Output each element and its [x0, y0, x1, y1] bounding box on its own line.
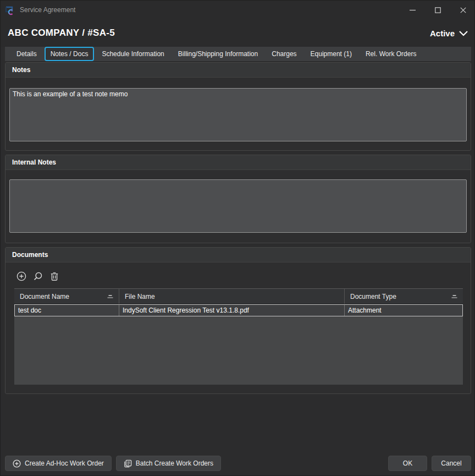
- tab-charges[interactable]: Charges: [266, 47, 302, 61]
- column-header-document-name[interactable]: Document Name: [14, 289, 119, 304]
- table-row[interactable]: test doc IndySoft Client Regression Test…: [14, 304, 463, 316]
- dialog-actions: OK Cancel: [388, 456, 471, 471]
- column-header-document-type[interactable]: Document Type: [345, 289, 463, 304]
- notes-group: Notes This is an example of a test note …: [5, 62, 471, 151]
- create-adhoc-work-order-button[interactable]: Create Ad-Hoc Work Order: [5, 456, 112, 471]
- delete-document-button[interactable]: [48, 270, 60, 282]
- app-logo-icon: [4, 4, 15, 15]
- status-value: Active: [430, 29, 455, 38]
- sort-icon: [450, 293, 459, 300]
- internal-notes-group-title: Internal Notes: [5, 155, 471, 170]
- tab-equipment[interactable]: Equipment (1): [305, 47, 358, 61]
- page-title: ABC COMPANY / #SA-5: [8, 28, 115, 39]
- window-controls: [400, 1, 475, 19]
- chevron-down-icon: [459, 30, 468, 36]
- notes-group-title: Notes: [5, 63, 471, 78]
- service-agreement-window: { "window": { "title": "Service Agreemen…: [0, 0, 475, 476]
- cell-file-name: IndySoft Client Regression Test v13.1.8.…: [119, 305, 345, 316]
- trash-icon: [50, 271, 59, 281]
- add-document-button[interactable]: [15, 270, 27, 282]
- close-button[interactable]: [450, 1, 475, 19]
- plus-circle-icon: [16, 271, 26, 281]
- tab-details[interactable]: Details: [10, 47, 43, 61]
- documents-group: Documents: [5, 247, 471, 394]
- cancel-button[interactable]: Cancel: [432, 456, 471, 471]
- footer-bar: Create Ad-Hoc Work Order Batch Create Wo…: [1, 455, 475, 472]
- cell-document-name: test doc: [15, 305, 119, 316]
- documents-table-header: Document Name File Name Document Type: [14, 289, 463, 304]
- tab-bar: Details Notes / Docs Schedule Informatio…: [5, 47, 471, 61]
- tab-notes-docs[interactable]: Notes / Docs: [45, 47, 95, 61]
- tab-schedule-information[interactable]: Schedule Information: [96, 47, 170, 61]
- window-title: Service Agreement: [20, 6, 75, 14]
- batch-documents-icon: [124, 459, 132, 468]
- cell-document-type: Attachment: [345, 305, 462, 316]
- internal-notes-memo-input[interactable]: [9, 179, 467, 233]
- search-icon: [33, 271, 43, 281]
- documents-toolbar: [15, 270, 60, 282]
- status-dropdown[interactable]: Active: [430, 29, 468, 38]
- tab-billing-shipping-information[interactable]: Billing/Shipping Information: [172, 47, 264, 61]
- view-document-button[interactable]: [32, 270, 44, 282]
- tab-rel-work-orders[interactable]: Rel. Work Orders: [360, 47, 422, 61]
- ok-button[interactable]: OK: [388, 456, 427, 471]
- sort-icon: [106, 293, 114, 300]
- notes-memo-input[interactable]: This is an example of a test note memo: [9, 88, 467, 141]
- plus-circle-icon: [13, 459, 21, 468]
- record-header: ABC COMPANY / #SA-5 Active: [1, 19, 475, 47]
- minimize-button[interactable]: [400, 1, 425, 19]
- maximize-button[interactable]: [425, 1, 450, 19]
- internal-notes-group: Internal Notes: [5, 155, 471, 243]
- documents-group-title: Documents: [5, 248, 471, 262]
- batch-create-work-orders-button[interactable]: Batch Create Work Orders: [116, 456, 221, 471]
- column-header-file-name[interactable]: File Name: [119, 289, 345, 304]
- titlebar: Service Agreement: [1, 1, 475, 19]
- documents-table: Document Name File Name Document Type te…: [14, 288, 463, 385]
